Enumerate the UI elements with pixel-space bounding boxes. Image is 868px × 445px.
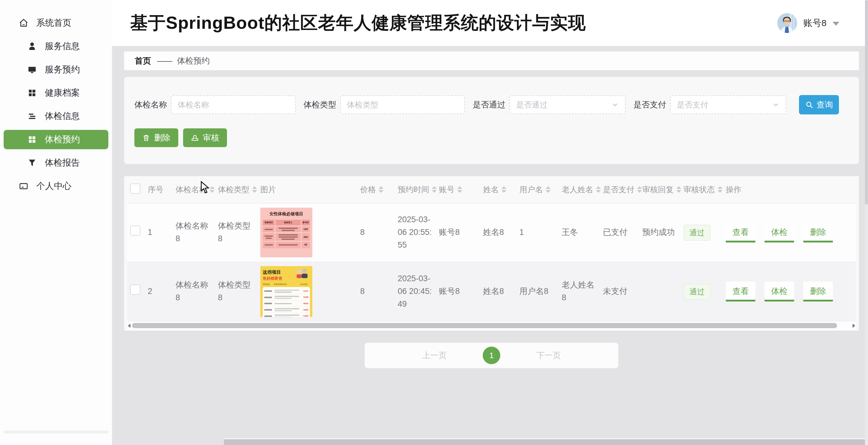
pagination: 上一页 1 下一页: [365, 343, 618, 368]
scrollbar-thumb[interactable]: [865, 0, 868, 205]
column-header-image: 图片: [257, 176, 357, 203]
breadcrumb-current: 体检预约: [177, 55, 210, 66]
elderly-couple-illustration: [293, 268, 310, 279]
scroll-right-icon[interactable]: [852, 324, 855, 328]
stamp-icon: [191, 134, 199, 142]
audit-button[interactable]: 审核: [183, 128, 227, 147]
sort-caret-icon: [596, 186, 601, 193]
delete-row-button[interactable]: 删除: [803, 222, 833, 242]
select-all-header: [127, 176, 145, 203]
view-button[interactable]: 查看: [726, 281, 755, 301]
sidebar-item-exam-info[interactable]: 体检信息: [4, 107, 108, 126]
account-menu[interactable]: 账号8: [777, 13, 839, 33]
column-header-account[interactable]: 账号: [436, 176, 480, 203]
pass-select[interactable]: 是否通过: [509, 95, 626, 114]
sidebar-item-personal-center[interactable]: 个人中心: [4, 177, 108, 196]
cell-paid: 未支付: [600, 262, 639, 322]
sidebar: 系统首页 服务信息 服务预约 健康档案 体检信息 体检预约: [0, 0, 112, 445]
breadcrumb-separator: ——: [157, 56, 171, 66]
search-button[interactable]: 查询: [799, 95, 839, 114]
column-header-paid[interactable]: 是否支付: [600, 176, 639, 203]
exam-type-input[interactable]: [340, 95, 465, 114]
chevron-down-icon: [833, 22, 839, 26]
exam-poster-image: 女性体检必做项目 体检项目 检查意义 参考价: [260, 208, 312, 257]
pay-select[interactable]: 是否支付: [670, 95, 786, 114]
cell-elder-name: 老人姓名8: [559, 262, 600, 322]
sidebar-item-service-info[interactable]: 服务信息: [4, 37, 108, 56]
sort-caret-icon: [457, 186, 462, 193]
pay-label: 是否支付: [633, 99, 666, 110]
scrollbar-thumb[interactable]: [132, 323, 837, 328]
exam-button[interactable]: 体检: [765, 222, 794, 242]
cell-time: 2025-03-06 20:45:49: [395, 262, 436, 322]
cell-exam-type: 体检类型8: [215, 203, 257, 262]
cell-elder-name: 王冬: [559, 203, 600, 262]
avatar[interactable]: [777, 13, 797, 33]
cell-name: 姓名8: [480, 203, 516, 262]
view-button[interactable]: 查看: [726, 222, 755, 242]
sort-caret-icon: [637, 186, 642, 193]
sidebar-item-label: 系统首页: [36, 17, 71, 29]
sort-caret-icon: [210, 186, 215, 193]
cell-exam-name: 体检名称8: [173, 203, 215, 262]
table-horizontal-scrollbar[interactable]: [127, 322, 856, 331]
sidebar-item-label: 体检预约: [45, 134, 80, 146]
column-header-username[interactable]: 用户名: [516, 176, 559, 203]
column-header-exam-name[interactable]: 体检名称: [173, 176, 215, 203]
column-header-name[interactable]: 姓名: [480, 176, 516, 203]
delete-row-button[interactable]: 删除: [803, 281, 833, 301]
column-header-audit-status[interactable]: 审核状态: [680, 176, 723, 203]
sort-caret-icon: [252, 186, 257, 193]
page-title: 基于SpringBoot的社区老年人健康管理系统的设计与实现: [130, 11, 586, 35]
cell-time: 2025-03-06 20:55:55: [395, 203, 436, 262]
account-name: 账号8: [803, 17, 827, 29]
column-header-elder-name[interactable]: 老人姓名: [559, 176, 600, 203]
list-icon: [27, 111, 37, 121]
home-icon: [19, 18, 28, 28]
row-checkbox[interactable]: [130, 285, 141, 295]
sort-caret-icon: [546, 186, 551, 193]
column-header-time[interactable]: 预约时间: [395, 176, 436, 203]
status-badge: 通过: [683, 225, 711, 241]
sidebar-item-health-archive[interactable]: 健康档案: [4, 83, 108, 102]
cell-exam-name: 体检名称8: [173, 262, 215, 322]
sidebar-item-label: 服务预约: [45, 64, 80, 76]
window-vertical-scrollbar[interactable]: [865, 0, 868, 445]
sidebar-item-exam-report[interactable]: 体检报告: [4, 153, 108, 173]
main-area: 基于SpringBoot的社区老年人健康管理系统的设计与实现: [112, 0, 868, 445]
monitor-icon: [27, 65, 37, 75]
exam-type-label: 体检类型: [304, 99, 336, 110]
sidebar-item-label: 体检报告: [45, 157, 80, 169]
exam-button[interactable]: 体检: [765, 281, 794, 301]
filter-row: 体检名称 体检类型 是否通过 是否通过 是否支付 是否支付: [134, 95, 849, 114]
current-page-button[interactable]: 1: [483, 347, 500, 364]
app-window: 系统首页 服务信息 服务预约 健康档案 体检信息 体检预约: [0, 0, 868, 445]
window-horizontal-scrollbar[interactable]: [224, 438, 868, 445]
select-all-checkbox[interactable]: [130, 183, 141, 194]
sidebar-item-system-home[interactable]: 系统首页: [4, 13, 108, 33]
exam-name-input[interactable]: [171, 95, 296, 114]
next-page-button[interactable]: 下一页: [536, 350, 561, 361]
row-checkbox[interactable]: [130, 226, 141, 236]
column-header-price[interactable]: 价格: [357, 176, 395, 203]
sort-caret-icon: [432, 186, 437, 193]
sidebar-divider: [3, 431, 109, 434]
status-badge: 通过: [683, 284, 711, 300]
topbar: 基于SpringBoot的社区老年人健康管理系统的设计与实现: [112, 0, 868, 46]
exam-booking-table: 序号 体检名称 体检类型 图片 价格 预约时间 账号 姓名 用户名 老人姓名 是…: [124, 176, 859, 331]
chevron-down-icon: [611, 101, 619, 109]
column-header-exam-type[interactable]: 体检类型: [215, 176, 257, 203]
column-header-audit-reply[interactable]: 审核回复: [639, 176, 680, 203]
prev-page-button[interactable]: 上一页: [422, 350, 447, 361]
search-icon: [805, 100, 813, 109]
sidebar-item-service-booking[interactable]: 服务预约: [4, 60, 108, 79]
sidebar-item-exam-booking[interactable]: 体检预约: [4, 130, 108, 149]
cell-index: 1: [145, 203, 173, 262]
table-row: 1 体检名称8 体检类型8 女性体检必做项目 体检项目 检查意义: [127, 203, 856, 262]
user-icon: [27, 41, 37, 51]
exam-name-label: 体检名称: [134, 99, 167, 110]
delete-button[interactable]: 删除: [134, 128, 178, 147]
sort-caret-icon: [676, 186, 681, 193]
scroll-left-icon[interactable]: [128, 324, 130, 328]
breadcrumb-home[interactable]: 首页: [135, 55, 151, 66]
